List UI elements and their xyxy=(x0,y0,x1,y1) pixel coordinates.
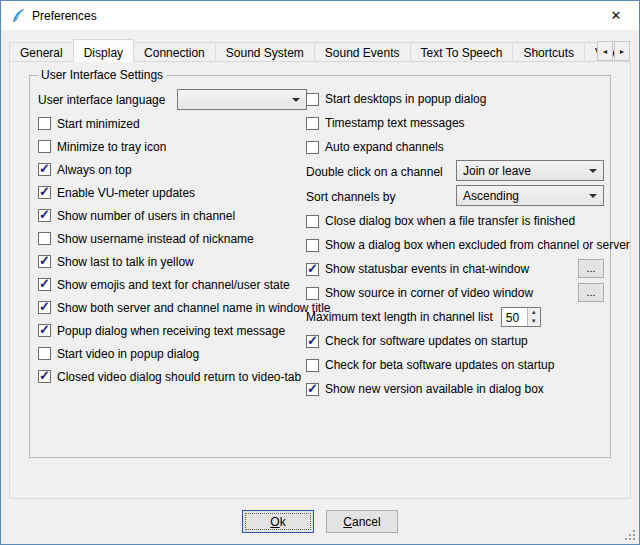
row-desktops-popup[interactable]: Start desktops in popup dialog xyxy=(306,87,606,111)
checkbox-label: Minimize to tray icon xyxy=(57,140,166,154)
left-column: User interface language Start minimized … xyxy=(38,87,306,388)
row-always-on-top[interactable]: Always on top xyxy=(38,158,306,181)
tab-display[interactable]: Display xyxy=(73,39,134,62)
popup-text-message-checkbox[interactable] xyxy=(38,324,51,337)
tab-sound-events[interactable]: Sound Events xyxy=(314,42,411,62)
ok-button[interactable]: Ok xyxy=(242,510,314,533)
tab-scroll-left-icon[interactable]: ◄ xyxy=(597,41,613,61)
tab-connection[interactable]: Connection xyxy=(133,42,216,62)
row-popup-text-message[interactable]: Popup dialog when receiving text message xyxy=(38,319,306,342)
checkbox-label: Check for software updates on startup xyxy=(325,334,528,348)
row-update-check[interactable]: Check for software updates on startup xyxy=(306,329,606,353)
emojis-text-state-checkbox[interactable] xyxy=(38,278,51,291)
tab-sound-system[interactable]: Sound System xyxy=(215,42,315,62)
start-minimized-checkbox[interactable] xyxy=(38,117,51,130)
row-video-source-corner[interactable]: Show source in corner of video window ..… xyxy=(306,281,606,305)
tab-scroll-buttons: ◄ ► xyxy=(596,41,630,61)
checkbox-label: Show emojis and text for channel/user st… xyxy=(57,278,290,292)
update-check-checkbox[interactable] xyxy=(306,335,319,348)
checkbox-label: Enable VU-meter updates xyxy=(57,186,195,200)
show-username-checkbox[interactable] xyxy=(38,232,51,245)
maxlen-row: Maximum text length in channel list 50 ▲… xyxy=(306,305,606,329)
excluded-dialog-checkbox[interactable] xyxy=(306,239,319,252)
server-channel-title-checkbox[interactable] xyxy=(38,301,51,314)
double-click-row: Double click on a channel Join or leave xyxy=(306,159,606,184)
checkbox-label: Show last to talk in yellow xyxy=(57,255,194,269)
row-statusbar-events[interactable]: Show statusbar events in chat-window ... xyxy=(306,257,606,281)
statusbar-events-more-button[interactable]: ... xyxy=(578,259,604,278)
checkbox-label: Closed video dialog should return to vid… xyxy=(57,370,301,384)
beta-update-check-checkbox[interactable] xyxy=(306,359,319,372)
row-video-return-tab[interactable]: Closed video dialog should return to vid… xyxy=(38,365,306,388)
checkbox-label: Show new version available in dialog box xyxy=(325,382,544,396)
checkbox-label: Check for beta software updates on start… xyxy=(325,358,554,372)
spin-up-icon[interactable]: ▲ xyxy=(527,308,540,317)
right-column: Start desktops in popup dialog Timestamp… xyxy=(306,87,606,401)
sort-channels-combobox[interactable]: Ascending xyxy=(456,185,604,206)
cancel-button[interactable]: Cancel xyxy=(326,510,398,533)
spin-value[interactable]: 50 xyxy=(502,308,527,326)
tab-shortcuts[interactable]: Shortcuts xyxy=(512,42,585,62)
checkbox-label: Auto expand channels xyxy=(325,140,444,154)
row-new-version-dialog[interactable]: Show new version available in dialog box xyxy=(306,377,606,401)
tab-text-to-speech[interactable]: Text To Speech xyxy=(410,42,514,62)
video-source-corner-checkbox[interactable] xyxy=(306,287,319,300)
video-return-tab-checkbox[interactable] xyxy=(38,370,51,383)
double-click-label: Double click on a channel xyxy=(306,165,443,179)
checkbox-label: Start video in popup dialog xyxy=(57,347,199,361)
close-filetransfer-checkbox[interactable] xyxy=(306,215,319,228)
row-show-username[interactable]: Show username instead of nickname xyxy=(38,227,306,250)
checkbox-label: Show statusbar events in chat-window xyxy=(325,262,529,276)
language-row: User interface language xyxy=(38,87,306,112)
row-start-minimized[interactable]: Start minimized xyxy=(38,112,306,135)
tab-general[interactable]: General xyxy=(9,42,74,62)
tab-bar: General Display Connection Sound System … xyxy=(9,38,631,62)
row-emojis-text-state[interactable]: Show emojis and text for channel/user st… xyxy=(38,273,306,296)
row-auto-expand[interactable]: Auto expand channels xyxy=(306,135,606,159)
row-beta-update-check[interactable]: Check for beta software updates on start… xyxy=(306,353,606,377)
close-icon[interactable]: ✕ xyxy=(593,1,639,30)
language-label: User interface language xyxy=(38,93,165,107)
video-source-more-button[interactable]: ... xyxy=(578,283,604,302)
app-icon xyxy=(10,8,26,24)
row-server-channel-title[interactable]: Show both server and channel name in win… xyxy=(38,296,306,319)
row-last-to-talk[interactable]: Show last to talk in yellow xyxy=(38,250,306,273)
preferences-dialog: Preferences ✕ General Display Connection… xyxy=(0,0,640,545)
row-vu-meter-updates[interactable]: Enable VU-meter updates xyxy=(38,181,306,204)
spin-buttons: ▲ ▼ xyxy=(527,308,540,326)
last-to-talk-checkbox[interactable] xyxy=(38,255,51,268)
tab-scroll-right-icon[interactable]: ► xyxy=(614,41,630,61)
title-bar: Preferences ✕ xyxy=(1,1,639,30)
checkbox-label: Show username instead of nickname xyxy=(57,232,254,246)
row-minimize-to-tray[interactable]: Minimize to tray icon xyxy=(38,135,306,158)
desktops-popup-checkbox[interactable] xyxy=(306,93,319,106)
language-combobox[interactable] xyxy=(177,89,307,110)
maxlen-spinbox[interactable]: 50 ▲ ▼ xyxy=(501,307,541,327)
video-popup-checkbox[interactable] xyxy=(38,347,51,360)
group-title: User Interface Settings xyxy=(38,68,166,82)
row-video-popup[interactable]: Start video in popup dialog xyxy=(38,342,306,365)
checkbox-label: Start minimized xyxy=(57,117,140,131)
row-excluded-dialog[interactable]: Show a dialog box when excluded from cha… xyxy=(306,233,606,257)
combo-value: Ascending xyxy=(463,189,519,203)
row-close-filetransfer[interactable]: Close dialog box when a file transfer is… xyxy=(306,209,606,233)
checkbox-label: Show source in corner of video window xyxy=(325,286,533,300)
row-show-user-count[interactable]: Show number of users in channel xyxy=(38,204,306,227)
checkbox-label: Show both server and channel name in win… xyxy=(57,301,331,315)
statusbar-events-checkbox[interactable] xyxy=(306,263,319,276)
auto-expand-checkbox[interactable] xyxy=(306,141,319,154)
row-timestamp-messages[interactable]: Timestamp text messages xyxy=(306,111,606,135)
display-tab-pane: User Interface Settings User interface l… xyxy=(9,61,631,499)
always-on-top-checkbox[interactable] xyxy=(38,163,51,176)
vu-meter-updates-checkbox[interactable] xyxy=(38,186,51,199)
show-user-count-checkbox[interactable] xyxy=(38,209,51,222)
double-click-combobox[interactable]: Join or leave xyxy=(456,160,604,181)
spin-down-icon[interactable]: ▼ xyxy=(527,317,540,326)
button-bar: Ok Cancel xyxy=(1,510,639,533)
new-version-dialog-checkbox[interactable] xyxy=(306,383,319,396)
chevron-down-icon xyxy=(589,194,597,198)
checkbox-label: Show number of users in channel xyxy=(57,209,235,223)
resize-grip[interactable] xyxy=(624,529,637,542)
timestamp-messages-checkbox[interactable] xyxy=(306,117,319,130)
minimize-to-tray-checkbox[interactable] xyxy=(38,140,51,153)
